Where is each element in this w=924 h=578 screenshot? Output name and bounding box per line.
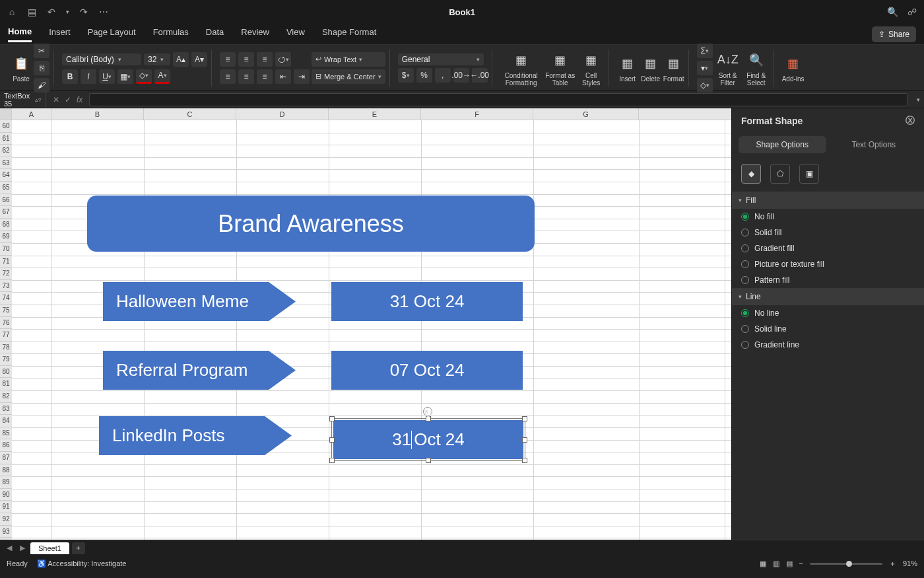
accessibility-status[interactable]: ♿ Accessibility: Investigate bbox=[37, 560, 127, 568]
name-box[interactable]: TextBox 35▵▿ bbox=[0, 91, 46, 108]
row-header-60[interactable]: 60 bbox=[0, 120, 12, 133]
row-header-70[interactable]: 70 bbox=[0, 243, 12, 256]
col-header-b[interactable]: B bbox=[51, 108, 144, 120]
line-option-0[interactable]: No line bbox=[732, 305, 924, 321]
italic-button[interactable]: I bbox=[81, 69, 96, 84]
row-header-71[interactable]: 71 bbox=[0, 256, 12, 268]
view-normal-icon[interactable]: ▦ bbox=[760, 560, 766, 568]
cancel-icon[interactable]: ✕ bbox=[53, 95, 59, 104]
bold-button[interactable]: B bbox=[62, 69, 78, 84]
format-painter-icon[interactable]: 🖌 bbox=[34, 78, 50, 92]
increase-font-icon[interactable]: A▴ bbox=[173, 52, 189, 67]
col-header-c[interactable]: C bbox=[144, 108, 236, 120]
currency-icon[interactable]: $▾ bbox=[398, 68, 414, 83]
row-header-73[interactable]: 73 bbox=[0, 280, 12, 293]
col-header-d[interactable]: D bbox=[236, 108, 329, 120]
share-user-icon[interactable]: ☍ bbox=[907, 7, 917, 17]
add-sheet-button[interactable]: ＋ bbox=[72, 542, 85, 554]
tab-home[interactable]: Home bbox=[8, 26, 32, 42]
row-header-88[interactable]: 88 bbox=[0, 464, 12, 477]
select-all-corner[interactable] bbox=[0, 108, 12, 120]
tab-view[interactable]: View bbox=[286, 27, 305, 41]
row-header-92[interactable]: 92 bbox=[0, 513, 12, 526]
view-page-layout-icon[interactable]: ▥ bbox=[773, 560, 779, 568]
row-header-62[interactable]: 62 bbox=[0, 145, 12, 157]
wrap-text-button[interactable]: ↩Wrap Text▾ bbox=[312, 52, 385, 67]
close-pane-icon[interactable]: ⓧ bbox=[906, 115, 915, 127]
format-as-table-button[interactable]: ▦Format as Table bbox=[544, 50, 576, 87]
align-center-icon[interactable]: ≡ bbox=[238, 69, 254, 84]
more-icon[interactable]: ⋯ bbox=[98, 7, 109, 17]
row-header-72[interactable]: 72 bbox=[0, 268, 12, 280]
paste-button[interactable]: 📋 Paste bbox=[11, 53, 32, 83]
tab-text-options[interactable]: Text Options bbox=[830, 136, 918, 153]
shape-arrow-2[interactable]: Referral Program bbox=[103, 351, 296, 390]
zoom-level[interactable]: 91% bbox=[903, 560, 917, 567]
zoom-in-button[interactable]: ＋ bbox=[889, 559, 896, 569]
scroll-sheets-right-icon[interactable]: ▶ bbox=[17, 544, 28, 552]
align-right-icon[interactable]: ≡ bbox=[257, 69, 273, 84]
row-header-85[interactable]: 85 bbox=[0, 427, 12, 440]
orientation-icon[interactable]: ⭯▾ bbox=[275, 52, 291, 67]
increase-indent-icon[interactable]: ⇥ bbox=[294, 69, 310, 84]
row-header-90[interactable]: 90 bbox=[0, 489, 12, 501]
fill-option-1[interactable]: Solid fill bbox=[732, 225, 924, 240]
line-option-1[interactable]: Solid line bbox=[732, 321, 924, 337]
tab-formulas[interactable]: Formulas bbox=[153, 27, 189, 41]
row-header-74[interactable]: 74 bbox=[0, 292, 12, 305]
shape-arrow-3[interactable]: LinkedIn Posts bbox=[99, 416, 292, 455]
save-icon[interactable]: ▤ bbox=[26, 7, 37, 17]
row-header-82[interactable]: 82 bbox=[0, 390, 12, 403]
row-header-65[interactable]: 65 bbox=[0, 182, 12, 194]
delete-button[interactable]: ▦Delete bbox=[640, 53, 661, 83]
row-header-80[interactable]: 80 bbox=[0, 366, 12, 379]
row-header-75[interactable]: 75 bbox=[0, 305, 12, 317]
fx-icon[interactable]: fx bbox=[77, 95, 82, 104]
rotate-handle[interactable]: ↻ bbox=[423, 407, 432, 416]
search-icon[interactable]: 🔍 bbox=[887, 7, 898, 17]
row-header-87[interactable]: 87 bbox=[0, 452, 12, 464]
find-select-button[interactable]: 🔍Find & Select bbox=[743, 50, 770, 87]
row-header-79[interactable]: 79 bbox=[0, 353, 12, 366]
font-size-select[interactable]: 32▾ bbox=[144, 54, 170, 65]
addins-button[interactable]: ▦Add-ins bbox=[782, 53, 805, 83]
underline-button[interactable]: U▾ bbox=[99, 69, 115, 84]
row-header-81[interactable]: 81 bbox=[0, 378, 12, 390]
cell-styles-button[interactable]: ▦Cell Styles bbox=[578, 50, 605, 87]
fill-option-0[interactable]: No fill bbox=[732, 209, 924, 225]
tab-shape-options[interactable]: Shape Options bbox=[739, 136, 826, 153]
spreadsheet-grid[interactable]: ABCDEFG 60616263646566676869707172737475… bbox=[0, 108, 731, 540]
decrease-font-icon[interactable]: A▾ bbox=[191, 52, 207, 67]
merge-center-button[interactable]: ⊟Merge & Center▾ bbox=[312, 69, 385, 84]
comma-icon[interactable]: , bbox=[435, 68, 451, 83]
home-icon[interactable]: ⌂ bbox=[7, 7, 17, 17]
format-button[interactable]: ▦Format bbox=[663, 53, 684, 83]
size-tab-icon[interactable]: ▣ bbox=[799, 164, 819, 184]
tab-shape-format[interactable]: Shape Format bbox=[322, 27, 376, 41]
shape-date-1[interactable]: 31 Oct 24 bbox=[331, 282, 523, 321]
decrease-indent-icon[interactable]: ⇤ bbox=[275, 69, 291, 84]
tab-data[interactable]: Data bbox=[206, 27, 224, 41]
font-name-select[interactable]: Calibri (Body)▾ bbox=[62, 54, 141, 65]
row-header-83[interactable]: 83 bbox=[0, 403, 12, 415]
autosum-icon[interactable]: Σ▾ bbox=[697, 44, 713, 58]
fill-down-icon[interactable]: ▾▾ bbox=[697, 61, 713, 75]
row-header-76[interactable]: 76 bbox=[0, 317, 12, 330]
align-top-icon[interactable]: ≡ bbox=[220, 52, 236, 67]
row-header-64[interactable]: 64 bbox=[0, 169, 12, 182]
increase-decimal-icon[interactable]: .00→ bbox=[453, 68, 469, 83]
row-header-66[interactable]: 66 bbox=[0, 194, 12, 207]
shape-date-2[interactable]: 07 Oct 24 bbox=[331, 351, 523, 390]
undo-icon[interactable]: ↶ bbox=[46, 7, 57, 17]
fill-color-button[interactable]: ◇▾ bbox=[136, 69, 152, 84]
line-section-header[interactable]: ▾Line bbox=[732, 288, 924, 305]
enter-icon[interactable]: ✓ bbox=[65, 95, 71, 104]
conditional-formatting-button[interactable]: ▦Conditional Formatting bbox=[500, 50, 543, 87]
row-header-93[interactable]: 93 bbox=[0, 526, 12, 538]
line-option-2[interactable]: Gradient line bbox=[732, 337, 924, 353]
fill-option-2[interactable]: Gradient fill bbox=[732, 240, 924, 256]
row-header-63[interactable]: 63 bbox=[0, 157, 12, 170]
row-header-61[interactable]: 61 bbox=[0, 133, 12, 145]
tab-review[interactable]: Review bbox=[241, 27, 269, 41]
fill-option-3[interactable]: Picture or texture fill bbox=[732, 256, 924, 272]
